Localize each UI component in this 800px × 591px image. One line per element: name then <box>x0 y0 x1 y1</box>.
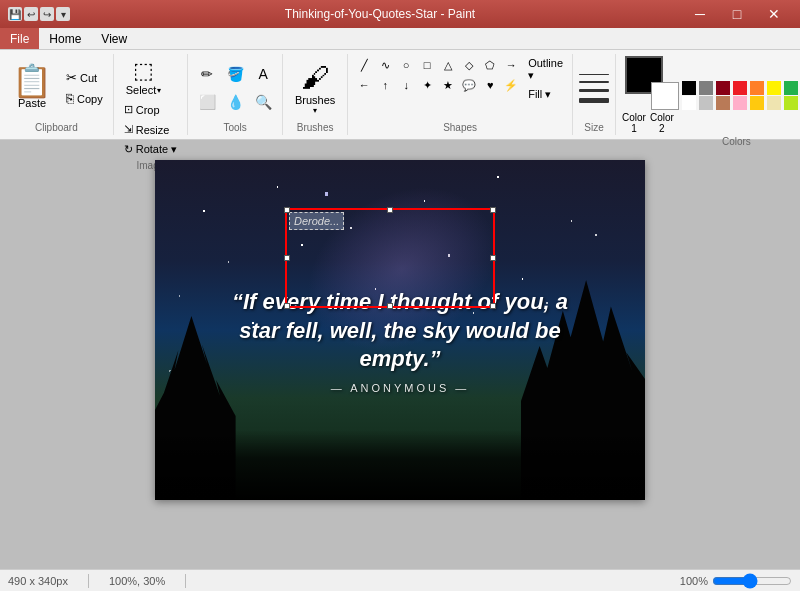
shape-arrow-r[interactable]: → <box>501 56 521 74</box>
ribbon-shapes: ╱ ∿ ○ □ △ ◇ ⬠ → ← ↑ ↓ ✦ ★ <box>348 54 573 135</box>
palette-white[interactable] <box>682 96 696 110</box>
palette-red[interactable] <box>733 81 747 95</box>
select-button[interactable]: ⬚ Select ▾ <box>120 56 168 98</box>
text-tool[interactable]: A <box>250 61 276 87</box>
eraser-tool[interactable]: ⬜ <box>194 89 220 115</box>
resize-icon: ⇲ <box>124 123 133 136</box>
fill-tool[interactable]: 🪣 <box>222 61 248 87</box>
palette-pink[interactable] <box>733 96 747 110</box>
shape-heart[interactable]: ♥ <box>480 76 500 94</box>
ribbon-brushes: 🖌 Brushes ▾ Brushes <box>283 54 348 135</box>
window-title: Thinking-of-You-Quotes-Star - Paint <box>78 7 682 21</box>
shape-lightning[interactable]: ⚡ <box>501 76 521 94</box>
tools-label: Tools <box>223 120 246 133</box>
rotate-icon: ↻ <box>124 143 133 156</box>
outline-fill-controls: Outline ▾ Fill ▾ <box>525 56 566 102</box>
paste-icon: 📋 <box>12 65 52 97</box>
title-bar-controls: 💾 ↩ ↪ ▾ <box>8 7 70 21</box>
copy-icon: ⎘ <box>66 91 74 106</box>
select-chevron: ▾ <box>157 86 161 95</box>
select-label: Select <box>126 84 157 96</box>
colors-label: Colors <box>722 134 751 147</box>
shape-oval[interactable]: ○ <box>396 56 416 74</box>
size-line-3 <box>579 89 609 92</box>
outline-button[interactable]: Outline ▾ <box>525 56 566 83</box>
menu-view[interactable]: View <box>91 28 137 49</box>
color-picker[interactable]: 💧 <box>222 89 248 115</box>
size-line-4 <box>579 98 609 103</box>
resize-row: ⇲ Resize <box>120 121 181 138</box>
status-sep-1 <box>88 574 89 588</box>
tools-row-1: ✏ 🪣 A <box>194 61 276 87</box>
shapes-label: Shapes <box>443 120 477 133</box>
color-palette <box>682 81 800 110</box>
pencil-tool[interactable]: ✏ <box>194 61 220 87</box>
shape-diamond[interactable]: ◇ <box>459 56 479 74</box>
magnifier-tool[interactable]: 🔍 <box>250 89 276 115</box>
palette-black[interactable] <box>682 81 696 95</box>
size-control <box>579 74 609 103</box>
canvas-area: “If every time I thought of you, a star … <box>0 140 800 569</box>
palette-cream[interactable] <box>767 96 781 110</box>
shape-arrow-l[interactable]: ← <box>354 76 374 94</box>
undo-btn[interactable]: ↩ <box>24 7 38 21</box>
minimize-btn[interactable]: ─ <box>682 0 718 28</box>
cut-button[interactable]: ✂ Cut <box>62 68 107 87</box>
ribbon-colors: Color1 Color2 <box>616 54 800 135</box>
shape-curve[interactable]: ∿ <box>375 56 395 74</box>
crop-button[interactable]: ⊡ Crop <box>120 101 164 118</box>
palette-lime[interactable] <box>784 96 798 110</box>
palette-yellow[interactable] <box>767 81 781 95</box>
palette-ltgray[interactable] <box>699 96 713 110</box>
quote-text: “If every time I thought of you, a star … <box>230 288 570 374</box>
shape-rect[interactable]: □ <box>417 56 437 74</box>
palette-brown[interactable] <box>716 96 730 110</box>
color2-swatch[interactable] <box>651 82 679 110</box>
rotate-button[interactable]: ↻ Rotate ▾ <box>120 141 181 158</box>
menu-home[interactable]: Home <box>39 28 91 49</box>
select-row: ⬚ Select ▾ <box>120 56 181 98</box>
customize-btn[interactable]: ▾ <box>56 7 70 21</box>
maximize-btn[interactable]: □ <box>719 0 755 28</box>
shape-star5[interactable]: ★ <box>438 76 458 94</box>
ribbon-clipboard: 📋 Paste ✂ Cut ⎘ Copy Clipboard <box>0 54 114 135</box>
resize-button[interactable]: ⇲ Resize <box>120 121 174 138</box>
palette-green[interactable] <box>784 81 798 95</box>
paste-button[interactable]: 📋 Paste <box>6 56 58 118</box>
title-bar: 💾 ↩ ↪ ▾ Thinking-of-You-Quotes-Star - Pa… <box>0 0 800 28</box>
shape-line[interactable]: ╱ <box>354 56 374 74</box>
redo-btn[interactable]: ↪ <box>40 7 54 21</box>
shapes-row-2: ← ↑ ↓ ✦ ★ 💬 ♥ ⚡ <box>354 76 521 94</box>
shape-star4[interactable]: ✦ <box>417 76 437 94</box>
palette-darkred[interactable] <box>716 81 730 95</box>
copy-button[interactable]: ⎘ Copy <box>62 89 107 108</box>
clipboard-small-btns: ✂ Cut ⎘ Copy <box>62 56 107 120</box>
window-controls: ─ □ ✕ <box>682 0 792 28</box>
close-btn[interactable]: ✕ <box>756 0 792 28</box>
palette-gray[interactable] <box>699 81 713 95</box>
shape-triangle[interactable]: △ <box>438 56 458 74</box>
outline-label: Outline ▾ <box>528 57 563 82</box>
crop-label: Crop <box>136 104 160 116</box>
zoom-slider[interactable] <box>712 573 792 589</box>
fill-button[interactable]: Fill ▾ <box>525 87 566 102</box>
cut-label: Cut <box>80 72 97 84</box>
size-line-2 <box>579 81 609 83</box>
color1-label: Color1 <box>622 112 646 134</box>
clipboard-label: Clipboard <box>35 120 78 133</box>
palette-gold[interactable] <box>750 96 764 110</box>
shape-penta[interactable]: ⬠ <box>480 56 500 74</box>
quick-save-btn[interactable]: 💾 <box>8 7 22 21</box>
shape-callout[interactable]: 💬 <box>459 76 479 94</box>
palette-orange[interactable] <box>750 81 764 95</box>
rotate-label: Rotate ▾ <box>136 143 177 156</box>
size-lines <box>579 74 609 103</box>
menu-file[interactable]: File <box>0 28 39 49</box>
ribbon-image: ⬚ Select ▾ ⊡ Crop ⇲ <box>114 54 188 135</box>
brushes-button[interactable]: 🖌 Brushes ▾ <box>289 57 341 119</box>
shapes-row-1: ╱ ∿ ○ □ △ ◇ ⬠ → <box>354 56 521 74</box>
paste-label: Paste <box>18 97 46 109</box>
shape-arrow-u[interactable]: ↑ <box>375 76 395 94</box>
shape-arrow-d[interactable]: ↓ <box>396 76 416 94</box>
brush-icon: 🖌 <box>301 61 329 94</box>
